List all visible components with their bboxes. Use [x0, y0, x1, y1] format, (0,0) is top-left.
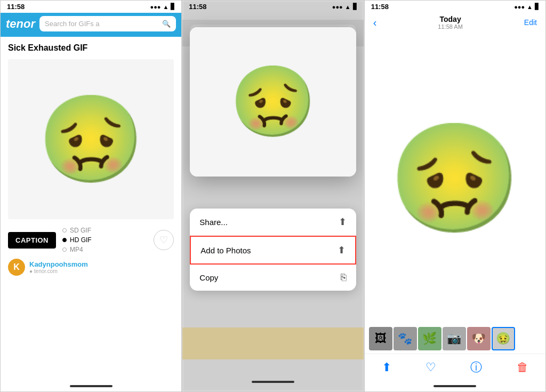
tenor-content: Sick Exhausted GIF 🤢 CAPTION SD GIF HD G… — [1, 37, 181, 381]
favorite-toolbar-button[interactable]: ♡ — [425, 361, 436, 374]
share-toolbar-button[interactable]: ⬆ — [382, 361, 391, 374]
format-sd[interactable]: SD GIF — [62, 227, 92, 234]
phone2-context: 11:58 ●●● ▲ ▊ 🤢 Share... ⬆ Add to Photos… — [182, 0, 364, 392]
home-indicator-1 — [70, 385, 113, 387]
search-placeholder: Search for GIFs a — [45, 20, 100, 28]
status-bar-3: 11:58 ●●● ▲ ▊ — [365, 1, 545, 13]
hd-label: HD GIF — [70, 236, 92, 244]
edit-button[interactable]: Edit — [524, 18, 537, 27]
thumb-icon-4: 📷 — [447, 332, 461, 346]
thumb-5[interactable]: 🐶 — [467, 327, 491, 350]
thumb-3[interactable]: 🌿 — [418, 327, 441, 350]
thumb-icon-5: 🐶 — [471, 332, 486, 346]
time-3: 11:58 — [371, 3, 389, 11]
gif-title: Sick Exhausted GIF — [8, 43, 174, 53]
search-bar[interactable]: Search for GIFs a 🔍 — [39, 16, 176, 31]
battery-icon-3: ▊ — [535, 3, 539, 10]
add-to-photos-option[interactable]: Add to Photos ⬆ — [190, 236, 356, 265]
caption-row: CAPTION SD GIF HD GIF MP4 ♡ — [8, 227, 174, 253]
wifi-icon: ▲ — [163, 4, 168, 10]
thumb-icon-2: 🐾 — [398, 332, 412, 346]
time-1: 11:58 — [7, 3, 25, 11]
battery-icon: ▊ — [171, 3, 175, 10]
thumb-1[interactable]: 🖼 — [369, 327, 392, 350]
heart-button[interactable]: ♡ — [154, 230, 174, 250]
status-bar-1: 11:58 ●●● ▲ ▊ — [1, 1, 181, 13]
time-2: 11:58 — [189, 3, 206, 11]
home-indicator-2 — [252, 381, 294, 383]
photos-toolbar: ⬆ ♡ ⓘ 🗑 — [365, 354, 545, 381]
user-info: Kadynpoohsmom ● tenor.com — [29, 260, 88, 274]
status-icons-1: ●●● ▲ ▊ — [150, 3, 175, 10]
sick-emoji-2: 🤢 — [230, 61, 316, 142]
copy-label: Copy — [199, 273, 218, 282]
photos-header: ‹ Today 11:58 AM Edit — [365, 13, 545, 34]
format-options: SD GIF HD GIF MP4 — [62, 227, 92, 253]
gif-preview: 🤢 — [8, 59, 174, 219]
status-bar-2: 11:58 ●●● ▲ ▊ — [182, 1, 363, 13]
thumb-active[interactable]: 🤢 — [492, 327, 515, 350]
user-domain: ● tenor.com — [29, 268, 88, 274]
copy-icon: ⎘ — [341, 272, 347, 283]
battery-icon-2: ▊ — [353, 3, 357, 10]
preview-card: 🤢 — [190, 27, 356, 177]
blurred-bottom — [182, 327, 363, 359]
thumb-icon-active: 🤢 — [496, 332, 510, 346]
thumb-4[interactable]: 📷 — [443, 327, 466, 350]
signal-icon-2: ●●● — [332, 4, 343, 10]
signal-icon-3: ●●● — [514, 4, 525, 10]
sick-emoji-3: 🤢 — [388, 116, 521, 242]
phone3-photos: 11:58 ●●● ▲ ▊ ‹ Today 11:58 AM Edit 🤢 🖼 … — [364, 0, 546, 392]
wifi-icon-2: ▲ — [345, 4, 351, 10]
signal-icon: ●●● — [150, 4, 161, 10]
sd-label: SD GIF — [70, 227, 91, 234]
info-toolbar-button[interactable]: ⓘ — [470, 359, 482, 375]
thumbnail-strip: 🖼 🐾 🌿 📷 🐶 🤢 — [365, 324, 545, 354]
share-icon: ⬆ — [339, 216, 347, 228]
back-button[interactable]: ‹ — [373, 17, 377, 29]
mp4-dot — [62, 247, 67, 252]
thumb-icon-1: 🖼 — [375, 332, 387, 346]
date-info: Today 11:58 AM — [438, 15, 462, 30]
status-icons-3: ●●● ▲ ▊ — [514, 3, 539, 10]
tenor-header: tenor Search for GIFs a 🔍 — [1, 13, 181, 37]
add-photos-label: Add to Photos — [200, 246, 251, 255]
thumb-icon-3: 🌿 — [422, 332, 437, 346]
caption-button[interactable]: CAPTION — [8, 232, 56, 249]
username: Kadynpoohsmom — [29, 260, 88, 268]
date-label: Today — [438, 15, 462, 23]
user-row: K Kadynpoohsmom ● tenor.com — [8, 259, 174, 276]
status-icons-2: ●●● ▲ ▊ — [332, 3, 357, 10]
preview-image: 🤢 — [190, 27, 356, 177]
search-icon: 🔍 — [162, 20, 171, 28]
tenor-logo: tenor — [6, 17, 35, 31]
format-mp4[interactable]: MP4 — [62, 246, 92, 253]
format-hd[interactable]: HD GIF — [62, 236, 92, 244]
sick-emoji: 🤢 — [38, 97, 144, 182]
home-indicator-3 — [433, 385, 476, 387]
time-label: 11:58 AM — [438, 23, 462, 30]
wifi-icon-3: ▲ — [527, 4, 533, 10]
context-menu: Share... ⬆ Add to Photos ⬆ Copy ⎘ — [190, 209, 356, 291]
share-option[interactable]: Share... ⬆ — [190, 209, 356, 236]
user-avatar: K — [8, 259, 25, 276]
copy-option[interactable]: Copy ⎘ — [190, 265, 356, 291]
hd-dot — [62, 238, 67, 242]
mp4-label: MP4 — [70, 246, 83, 253]
photo-view: 🤢 — [365, 34, 545, 324]
delete-toolbar-button[interactable]: 🗑 — [517, 361, 528, 374]
thumb-2[interactable]: 🐾 — [394, 327, 417, 350]
phone1-tenor: 11:58 ●●● ▲ ▊ tenor Search for GIFs a 🔍 … — [0, 0, 182, 392]
sd-dot — [62, 228, 67, 233]
add-photos-icon: ⬆ — [338, 244, 346, 256]
share-label: Share... — [199, 218, 228, 227]
